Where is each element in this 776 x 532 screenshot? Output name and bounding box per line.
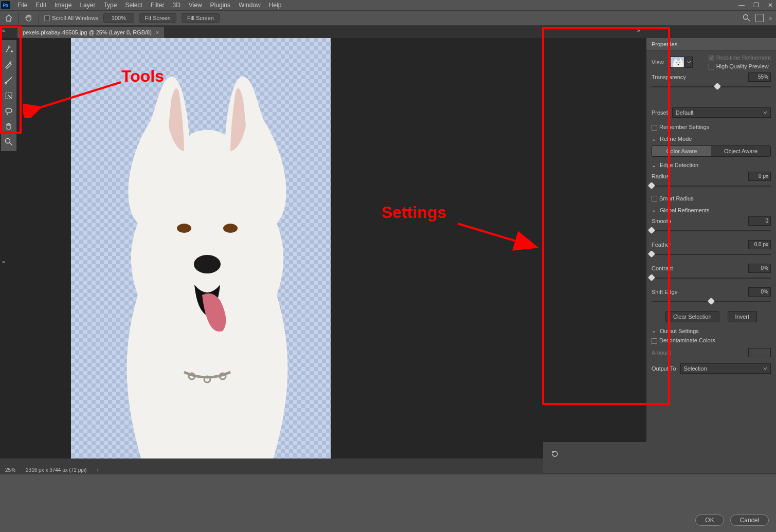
annotation-tools-box xyxy=(0,26,22,134)
annotation-settings-box xyxy=(542,27,670,405)
home-icon[interactable] xyxy=(4,13,13,23)
app-logo-icon: Ps xyxy=(1,1,10,9)
menu-help[interactable]: Help xyxy=(265,0,286,10)
window-restore-icon[interactable]: ❐ xyxy=(752,2,760,9)
clear-selection-button[interactable]: Clear Selection xyxy=(665,311,719,322)
hand-tool-icon[interactable] xyxy=(24,13,33,23)
reset-icon[interactable] xyxy=(550,449,560,458)
svg-point-3 xyxy=(194,255,221,273)
menu-file[interactable]: File xyxy=(13,0,31,10)
close-tab-icon[interactable]: × xyxy=(156,29,159,35)
document-tab-label: pexels-pixabay-46505.jpg @ 25% (Layer 0,… xyxy=(23,29,152,35)
fill-screen-button[interactable]: Fill Screen xyxy=(182,13,220,23)
feather-input[interactable]: 0.0 px xyxy=(748,240,771,249)
chevrons-icon[interactable]: » xyxy=(769,15,772,21)
transparency-input[interactable]: 55% xyxy=(748,72,771,82)
document-tab[interactable]: pexels-pixabay-46505.jpg @ 25% (Layer 0,… xyxy=(17,27,164,38)
realtime-refinement-checkbox: ✓Real-time Refinement xyxy=(709,54,771,61)
radius-input[interactable]: 0 px xyxy=(748,172,771,181)
fit-screen-button[interactable]: Fit Screen xyxy=(139,13,176,23)
svg-line-15 xyxy=(39,82,121,108)
menu-layer[interactable]: Layer xyxy=(76,0,99,10)
annotation-tools-arrow-icon xyxy=(23,72,126,118)
amount-input xyxy=(748,348,771,357)
high-quality-preview-checkbox[interactable]: High Quality Preview xyxy=(709,63,771,70)
zoom-100-button[interactable]: 100% xyxy=(103,13,134,23)
search-icon[interactable] xyxy=(742,13,750,23)
cancel-button[interactable]: Cancel xyxy=(730,515,769,526)
shift-edge-input[interactable]: 0% xyxy=(748,287,771,297)
svg-point-2 xyxy=(223,224,238,233)
menu-view[interactable]: View xyxy=(185,0,206,10)
menu-image[interactable]: Image xyxy=(50,0,76,10)
separator xyxy=(39,12,39,24)
status-chevron-icon[interactable]: › xyxy=(97,467,98,473)
status-dimensions: 2316 px x 3744 px (72 ppi) xyxy=(26,467,86,473)
panel-footer xyxy=(543,442,776,473)
panel-expand-icon[interactable]: » xyxy=(2,259,8,265)
output-to-value: Selection xyxy=(684,365,707,372)
menu-bar: Ps File Edit Image Layer Type Select Fil… xyxy=(0,0,776,10)
menu-filter[interactable]: Filter xyxy=(147,0,169,10)
window-close-icon[interactable]: ✕ xyxy=(767,2,774,9)
smooth-input[interactable]: 0 xyxy=(748,216,771,226)
menu-plugins[interactable]: Plugins xyxy=(206,0,234,10)
contrast-input[interactable]: 0% xyxy=(748,264,771,273)
view-mode-dropdown[interactable] xyxy=(685,57,693,68)
object-aware-button[interactable]: Object Aware xyxy=(711,146,770,156)
svg-point-1 xyxy=(177,224,191,233)
annotation-tools-label: Tools xyxy=(121,67,164,86)
scroll-all-windows-checkbox[interactable]: Scroll All Windows xyxy=(44,15,98,22)
menu-edit[interactable]: Edit xyxy=(31,0,50,10)
invert-button[interactable]: Invert xyxy=(728,311,757,322)
ok-button[interactable]: OK xyxy=(695,515,724,526)
menu-window[interactable]: Window xyxy=(234,0,265,10)
scroll-all-label: Scroll All Windows xyxy=(52,15,98,21)
menu-select[interactable]: Select xyxy=(121,0,146,10)
svg-point-9 xyxy=(679,62,680,63)
options-bar: Scroll All Windows 100% Fit Screen Fill … xyxy=(0,10,776,26)
svg-point-8 xyxy=(676,62,677,63)
menu-3d[interactable]: 3D xyxy=(168,0,184,10)
preset-value: Default xyxy=(676,109,694,116)
svg-point-14 xyxy=(6,139,10,143)
svg-point-0 xyxy=(744,15,748,20)
menu-type[interactable]: Type xyxy=(99,0,121,10)
realtime-label: Real-time Refinement xyxy=(716,54,771,61)
preset-dropdown[interactable]: Default xyxy=(672,107,771,118)
dog-image xyxy=(102,69,300,465)
annotation-settings-arrow-icon xyxy=(453,213,545,254)
status-zoom[interactable]: 25% xyxy=(5,467,15,473)
annotation-settings-label: Settings xyxy=(382,203,446,222)
separator xyxy=(19,12,19,24)
view-thumbnail[interactable] xyxy=(670,57,684,68)
zoom-tool-icon[interactable] xyxy=(3,136,15,148)
output-to-dropdown[interactable]: Selection xyxy=(680,363,771,374)
svg-point-10 xyxy=(677,63,679,64)
window-minimize-icon[interactable]: — xyxy=(738,2,745,9)
hq-preview-label: High Quality Preview xyxy=(716,63,769,69)
workspace-switcher-icon[interactable] xyxy=(755,14,764,22)
svg-line-16 xyxy=(458,224,535,247)
